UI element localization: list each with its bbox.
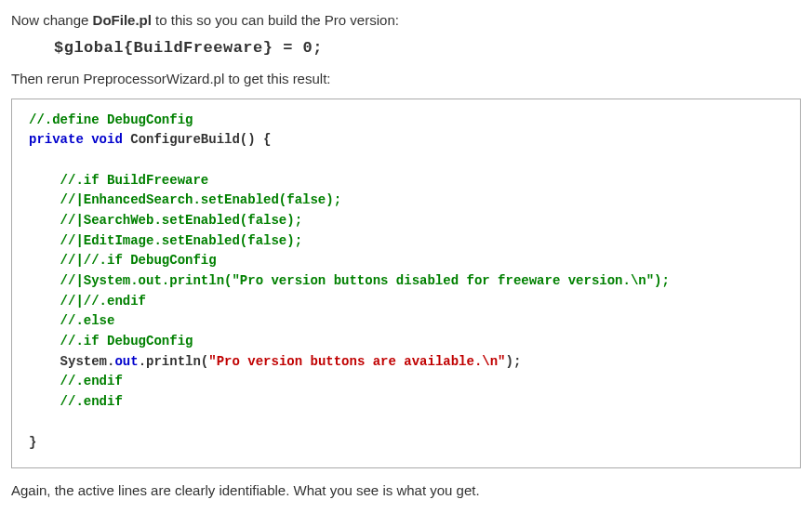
closing-paragraph: Again, the active lines are clearly iden…: [11, 481, 801, 500]
code-line: //|EnhancedSearch.setEnabled(false);: [29, 192, 341, 207]
global-setting-code: $global{BuildFreeware} = 0;: [54, 39, 801, 57]
intro-suffix: to this so you can build the Pro version…: [152, 12, 399, 28]
code-line: //|SearchWeb.setEnabled(false);: [29, 213, 302, 228]
code-close-brace: }: [29, 435, 36, 450]
code-line: //.endif: [29, 394, 123, 409]
code-sample-box: //.define DebugConfig private void Confi…: [11, 99, 801, 469]
code-line: //.define DebugConfig: [29, 112, 193, 127]
code-space: [84, 132, 91, 147]
code-keyword: out: [114, 354, 138, 369]
code-line: //|//.if DebugConfig: [29, 253, 217, 268]
code-ident: System.: [29, 354, 114, 369]
code-line: //.endif: [29, 374, 123, 388]
code-line: //.if DebugConfig: [29, 334, 193, 348]
code-line: //|System.out.println("Pro version butto…: [29, 273, 670, 288]
code-string: "Pro version buttons are available.\n": [208, 354, 505, 369]
code-line: //|//.endif: [29, 294, 146, 309]
code-keyword: private: [29, 132, 84, 147]
code-keyword: void: [91, 132, 123, 147]
code-line: //|EditImage.setEnabled(false);: [29, 233, 302, 248]
code-line: //.if BuildFreeware: [29, 173, 208, 188]
intro-prefix: Now change: [11, 12, 93, 28]
rerun-paragraph: Then rerun PreprocessorWizard.pl to get …: [11, 70, 801, 88]
intro-paragraph: Now change DoFile.pl to this so you can …: [11, 11, 801, 30]
code-ident: );: [506, 354, 522, 369]
code-ident: .println(: [139, 354, 209, 369]
intro-filename: DoFile.pl: [93, 12, 152, 28]
code-line: //.else: [29, 313, 114, 328]
code-ident: ConfigureBuild() {: [123, 132, 272, 147]
